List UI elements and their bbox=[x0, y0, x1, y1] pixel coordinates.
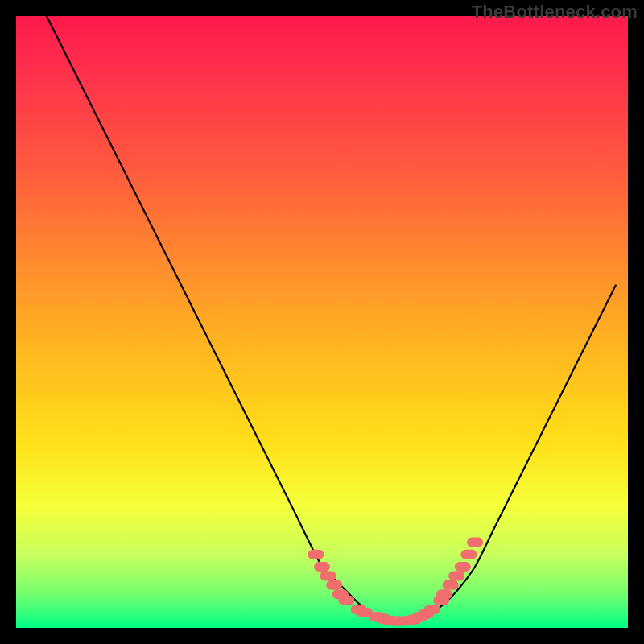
marker-layer bbox=[16, 16, 628, 628]
curve-marker bbox=[314, 562, 330, 572]
curve-marker bbox=[436, 589, 452, 599]
curve-marker bbox=[326, 580, 342, 590]
curve-marker bbox=[308, 550, 324, 559]
chart-frame bbox=[16, 16, 628, 628]
curve-marker bbox=[320, 571, 336, 580]
curve-marker bbox=[338, 596, 354, 605]
marker-group bbox=[308, 538, 483, 626]
curve-marker bbox=[424, 605, 440, 614]
curve-marker bbox=[467, 538, 483, 547]
curve-marker bbox=[460, 550, 477, 559]
curve-marker bbox=[455, 562, 471, 572]
watermark-label: TheBottleneck.com bbox=[472, 2, 638, 23]
curve-marker bbox=[448, 571, 464, 580]
curve-marker bbox=[443, 580, 459, 590]
